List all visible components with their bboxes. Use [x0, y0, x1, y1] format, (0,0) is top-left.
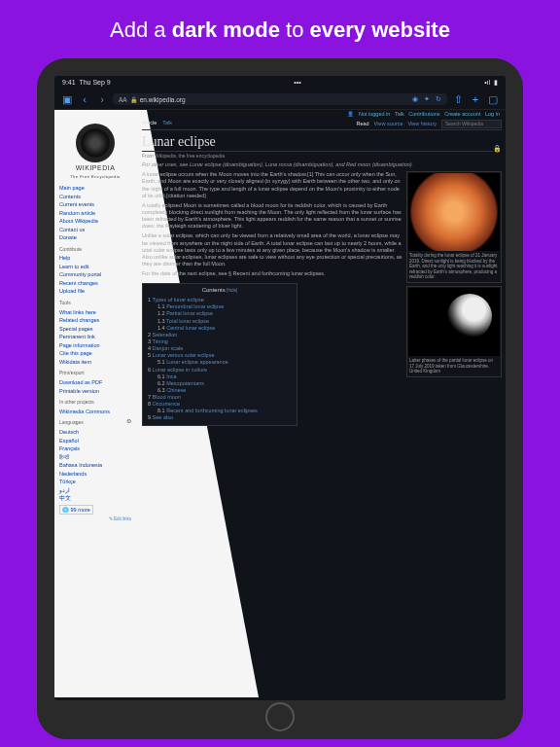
- article-tabs: Article Talk Read View source View histo…: [142, 120, 502, 130]
- toc-subitem[interactable]: 8.1 Recent and forthcoming lunar eclipse…: [148, 408, 292, 414]
- sidebar: WIKIPEDIAThe Free Encyclopedia Main page…: [54, 118, 136, 700]
- back-icon[interactable]: ‹: [78, 92, 91, 106]
- more-langs[interactable]: 🌐 99 more: [59, 505, 93, 516]
- sidebar-item[interactable]: Wikimedia Commons: [59, 408, 131, 416]
- sidebar-item[interactable]: Help: [59, 254, 131, 263]
- sidebar-item[interactable]: Related changes: [59, 316, 131, 325]
- tab-read[interactable]: Read: [356, 121, 368, 127]
- shield-icon[interactable]: ◉: [412, 95, 418, 103]
- sidebar-item[interactable]: Main page: [59, 184, 131, 193]
- toc-item[interactable]: 7 Blood moon: [148, 394, 292, 401]
- toc-subitem[interactable]: 5.1 Lunar eclipse appearance: [148, 359, 292, 366]
- sidebar-item[interactable]: Contents: [59, 193, 131, 201]
- share-icon[interactable]: ⇧: [451, 92, 465, 106]
- sidebar-item[interactable]: Recent changes: [59, 279, 131, 288]
- hatnote: For other uses, see Lunar eclipse (disam…: [142, 161, 502, 168]
- sidebar-item[interactable]: Community portal: [59, 270, 131, 279]
- sidebar-item[interactable]: Learn to edit: [59, 263, 131, 271]
- tab-talk[interactable]: Talk: [162, 120, 172, 128]
- gear-icon[interactable]: ⚙: [126, 417, 131, 426]
- thumb-1[interactable]: Totality during the lunar eclipse of 21 …: [406, 171, 502, 283]
- sidebar-item[interactable]: Cite this page: [59, 349, 131, 358]
- tab-history[interactable]: View history: [407, 121, 437, 127]
- home-button[interactable]: [265, 702, 295, 731]
- para: Unlike a solar eclipse, which can only b…: [142, 232, 402, 267]
- sidebar-item[interactable]: Current events: [59, 200, 131, 209]
- sidebar-item[interactable]: About Wikipedia: [59, 217, 131, 226]
- tab-article[interactable]: Article: [142, 120, 157, 128]
- toc-subitem[interactable]: 6.3 Chinese: [148, 387, 292, 394]
- toc-subitem[interactable]: 6.2 Mesopotamians: [148, 380, 292, 387]
- sidebar-item[interactable]: What links here: [59, 308, 131, 317]
- sidebar-item[interactable]: Türkçe: [59, 478, 131, 486]
- contrib-link[interactable]: Contributions: [408, 111, 439, 117]
- sidebar-item[interactable]: Nederlands: [59, 470, 131, 479]
- toc-subitem[interactable]: 1.1 Penumbral lunar eclipse: [148, 303, 292, 310]
- ipad-frame: 9:41 Thu Sep 9 ••• •ıl ▮ ▣ ‹ › AA 🔒 en.w…: [37, 58, 523, 739]
- sidebar-item[interactable]: Français: [59, 445, 131, 453]
- blood-moon-image: [408, 173, 500, 251]
- sidebar-item[interactable]: Deutsch: [59, 428, 131, 437]
- sidebar-item[interactable]: Bahasa Indonesia: [59, 461, 131, 470]
- toc-item[interactable]: 4 Danjon scale: [148, 345, 292, 352]
- sidebar-item[interactable]: Download as PDF: [59, 378, 131, 387]
- talk-link[interactable]: Talk: [395, 111, 404, 117]
- thumb-2[interactable]: Latter phases of the partial lunar eclip…: [406, 286, 502, 377]
- hero-title: Add a dark mode to every website: [0, 0, 560, 56]
- forward-icon[interactable]: ›: [95, 92, 109, 106]
- url-bar[interactable]: AA 🔒 en.wikipedia.org ◉ ✦ ↻: [113, 93, 447, 105]
- puzzle-icon[interactable]: ✦: [424, 95, 430, 103]
- infobox: Totality during the lunar eclipse of 21 …: [406, 171, 502, 425]
- toc-item[interactable]: 5 Lunar versus solar eclipse: [148, 352, 292, 359]
- article: Article Talk Read View source View histo…: [136, 118, 506, 700]
- create-account-link[interactable]: Create account: [444, 111, 480, 117]
- edit-links[interactable]: ✎ Edit links: [59, 516, 131, 523]
- sidebar-item[interactable]: Español: [59, 437, 131, 445]
- toc-subitem[interactable]: 1.3 Total lunar eclipse: [148, 318, 292, 325]
- wikipedia-logo[interactable]: [76, 124, 115, 162]
- toc-subitem[interactable]: 1.2 Partial lunar eclipse: [148, 310, 292, 317]
- toc-subitem[interactable]: 1.4 Central lunar eclipse: [148, 325, 292, 332]
- page-content: 👤 Not logged in Talk Contributions Creat…: [54, 110, 506, 697]
- status-icons: •ıl ▮: [484, 79, 498, 87]
- sidebar-item[interactable]: 中文: [59, 494, 131, 503]
- toc-item[interactable]: 9 See also: [148, 414, 292, 421]
- sidebar-item[interactable]: Page information: [59, 341, 131, 350]
- status-bar: 9:41 Thu Sep 9 ••• •ıl ▮: [54, 76, 506, 89]
- toc-item[interactable]: 8 Occurrence: [148, 401, 292, 408]
- search-input[interactable]: Search Wikipedia: [441, 120, 502, 128]
- user-links: 👤 Not logged in Talk Contributions Creat…: [54, 110, 506, 118]
- sidebar-item[interactable]: Wikidata item: [59, 358, 131, 367]
- aa-icon[interactable]: AA: [119, 96, 127, 103]
- para: For the date of the next eclipse, see § …: [142, 270, 402, 277]
- screen: 9:41 Thu Sep 9 ••• •ıl ▮ ▣ ‹ › AA 🔒 en.w…: [54, 76, 506, 700]
- toc-item[interactable]: 2 Selenelion: [148, 332, 292, 338]
- toc-item[interactable]: 3 Timing: [148, 338, 292, 345]
- toc-subitem[interactable]: 6.1 Inca: [148, 374, 292, 380]
- sidebar-item[interactable]: Special pages: [59, 325, 131, 334]
- toc-item[interactable]: 1 Types of lunar eclipse: [148, 297, 292, 303]
- para: A lunar eclipse occurs when the Moon mov…: [142, 171, 402, 199]
- tab-viewsource[interactable]: View source: [374, 121, 403, 127]
- lock-icon: 🔒: [130, 96, 137, 103]
- sidebar-item[interactable]: Upload file: [59, 287, 131, 296]
- sidebar-item[interactable]: हिन्दी: [59, 453, 131, 462]
- wikipedia-wordmark: WIKIPEDIAThe Free Encyclopedia: [59, 163, 131, 180]
- sidebar-item[interactable]: Printable version: [59, 387, 131, 396]
- toc-item[interactable]: 6 Lunar eclipse in culture: [148, 367, 292, 374]
- toc: Contents [hide] 1 Types of lunar eclipse…: [142, 283, 298, 425]
- new-tab-icon[interactable]: +: [469, 92, 482, 106]
- login-link[interactable]: Log in: [485, 111, 500, 117]
- sidebar-icon[interactable]: ▣: [60, 92, 74, 106]
- sidebar-item[interactable]: Random article: [59, 209, 131, 218]
- sidebar-item[interactable]: اردو: [59, 486, 131, 495]
- sidebar-item[interactable]: Contact us: [59, 226, 131, 234]
- tabs-icon[interactable]: ▢: [486, 92, 500, 106]
- para: A totally eclipsed Moon is sometimes cal…: [142, 202, 402, 231]
- browser-toolbar: ▣ ‹ › AA 🔒 en.wikipedia.org ◉ ✦ ↻ ⇧ + ▢: [54, 89, 506, 110]
- toc-hide[interactable]: [hide]: [227, 288, 237, 293]
- sidebar-item[interactable]: Donate: [59, 233, 131, 242]
- protect-icon: 🔒: [493, 144, 502, 153]
- sidebar-item[interactable]: Permanent link: [59, 333, 131, 341]
- reload-icon[interactable]: ↻: [436, 95, 441, 103]
